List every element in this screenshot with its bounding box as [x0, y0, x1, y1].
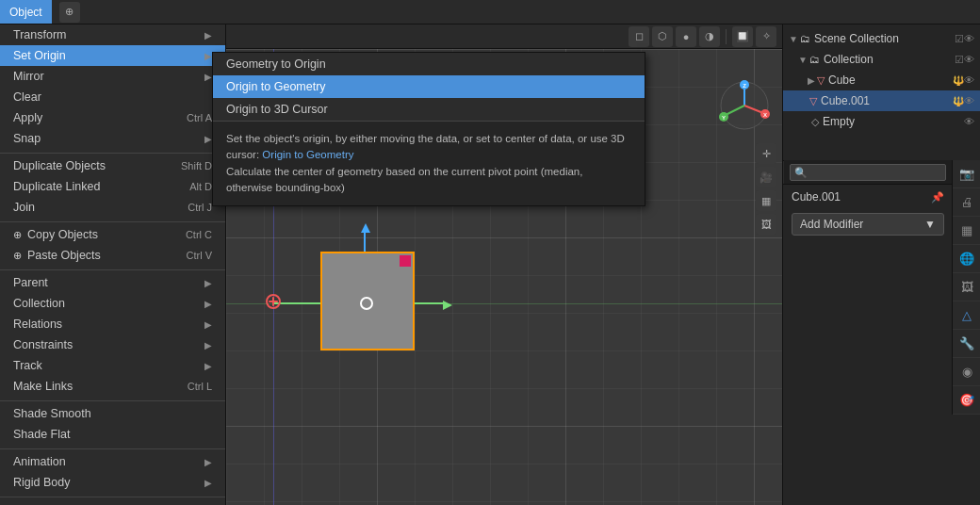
tree-row-cube001[interactable]: ▽ Cube.001 🔱 👁 [783, 90, 980, 111]
scene-tree: ▼ 🗂 Scene Collection ☑ 👁 ▼ 🗂 Collection … [783, 24, 980, 136]
add-modifier-button[interactable]: Add Modifier ▼ [792, 213, 944, 236]
menu-list: Transform ▶ Set Origin ▶ Mirror ▶ Clear … [0, 24, 225, 505]
axis-widget[interactable]: Z X Y [716, 77, 773, 134]
gizmo-icon[interactable]: ✧ [756, 26, 776, 47]
properties-search-input[interactable] [790, 164, 946, 181]
object-props-icon[interactable]: △ [953, 301, 980, 330]
menu-item-copy-objects[interactable]: ⊕ Copy Objects Ctrl C [0, 221, 225, 245]
menu-item-shade-smooth[interactable]: Shade Smooth [0, 400, 225, 424]
menu-item-make-links[interactable]: Make Links Ctrl L [0, 376, 225, 397]
scene-props-icon[interactable]: 🌐 [953, 245, 980, 273]
menu-item-clear[interactable]: Clear [0, 87, 225, 107]
expand-scene-collection: ▼ [789, 34, 798, 44]
object-name-row: Cube.001 📌 [784, 185, 952, 209]
submenu-item-origin-to-geometry[interactable]: Origin to Geometry [213, 75, 645, 98]
overlay-icon[interactable]: 🔲 [732, 26, 753, 47]
arrow-collection: ▶ [204, 299, 212, 309]
photo-icon[interactable]: 🖼 [756, 214, 776, 235]
grid-icon[interactable]: ▦ [756, 190, 776, 211]
shading-wire-icon[interactable]: ◻ [629, 26, 649, 47]
menu-label-set-origin: Set Origin [13, 49, 66, 62]
menu-label-animation: Animation [13, 455, 66, 468]
cursor-ring [266, 294, 281, 309]
menu-item-paste-objects[interactable]: ⊕ Paste Objects Ctrl V [0, 245, 225, 266]
particles-icon[interactable]: ◉ [953, 358, 980, 386]
menu-label-snap: Snap [13, 132, 41, 145]
object-tab[interactable]: Object [0, 0, 52, 24]
top-bar: Object ⊕ [0, 0, 980, 24]
menu-item-relations[interactable]: Relations ▶ [0, 314, 225, 334]
world-props-icon[interactable]: 🖼 [953, 273, 980, 301]
menu-label-shade-smooth: Shade Smooth [13, 407, 91, 420]
menu-item-join[interactable]: Join Ctrl J [0, 197, 225, 218]
menu-item-quick-effects[interactable]: Quick Effects ▶ [0, 497, 225, 505]
menu-item-apply[interactable]: Apply Ctrl A [0, 107, 225, 128]
menu-item-duplicate-objects[interactable]: Duplicate Objects Shift D [0, 153, 225, 176]
empty-vis[interactable]: 👁 [964, 116, 974, 127]
menu-label-copy-objects: Copy Objects [27, 228, 186, 241]
shortcut-make-links: Ctrl L [188, 381, 212, 392]
expand-cube: ▶ [808, 75, 815, 86]
shading-material-icon[interactable]: ● [676, 26, 696, 47]
menu-label-relations: Relations [13, 318, 62, 331]
menu-item-snap[interactable]: Snap ▶ [0, 128, 225, 149]
modifier-props-icon[interactable]: 🔧 [953, 330, 980, 358]
render-props-icon[interactable]: 📷 [953, 160, 980, 188]
arrow-animation: ▶ [204, 457, 212, 467]
empty-name: Empty [823, 115, 964, 128]
object-name-text: Cube.001 [792, 190, 841, 204]
menu-label-duplicate-objects: Duplicate Objects [13, 159, 106, 172]
cube001-vis[interactable]: 👁 [964, 95, 974, 106]
menu-item-animation[interactable]: Animation ▶ [0, 448, 225, 472]
svg-text:Y: Y [722, 115, 726, 121]
menu-item-rigid-body[interactable]: Rigid Body ▶ [0, 472, 225, 493]
menu-item-shade-flat[interactable]: Shade Flat [0, 424, 225, 445]
tree-row-cube[interactable]: ▶ ▽ Cube 🔱 👁 [783, 70, 980, 90]
menu-item-constraints[interactable]: Constraints ▶ [0, 334, 225, 355]
menu-item-transform[interactable]: Transform ▶ [0, 24, 225, 45]
cube-vis[interactable]: 👁 [964, 74, 974, 86]
collection-icon: 🗂 [809, 54, 820, 65]
cube-filter[interactable]: 🔱 [953, 75, 964, 86]
collection-eye[interactable]: ☑ [955, 54, 964, 66]
shading-render-icon[interactable]: ◑ [699, 26, 720, 47]
menu-item-track[interactable]: Track ▶ [0, 355, 225, 376]
shortcut-join: Ctrl J [188, 202, 212, 213]
menu-item-collection[interactable]: Collection ▶ [0, 293, 225, 314]
menu-item-mirror[interactable]: Mirror ▶ [0, 66, 225, 87]
scene-collection-eye[interactable]: ☑ [955, 33, 964, 45]
menu-item-duplicate-linked[interactable]: Duplicate Linked Alt D [0, 176, 225, 197]
add-modifier-arrow: ▼ [924, 218, 936, 231]
paste-icon: ⊕ [13, 250, 22, 262]
menu-item-parent[interactable]: Parent ▶ [0, 269, 225, 293]
right-panel: ⊡ Scene Collection ▼ 🗂 Scene Collection … [782, 0, 980, 505]
arrow-relations: ▶ [204, 319, 212, 330]
tooltip-link[interactable]: Origin to Geometry [262, 149, 353, 160]
submenu-set-origin: Geometry to Origin Origin to Geometry Or… [212, 52, 645, 206]
separator-4 [726, 29, 727, 44]
3d-cursor[interactable] [264, 292, 283, 311]
submenu-item-geometry-to-origin[interactable]: Geometry to Origin [213, 53, 645, 75]
cube001-filter[interactable]: 🔱 [953, 96, 964, 106]
tree-row-scene-collection[interactable]: ▼ 🗂 Scene Collection ☑ 👁 [783, 28, 980, 49]
submenu-item-origin-to-3d-cursor[interactable]: Origin to 3D Cursor [213, 98, 645, 121]
collection-vis[interactable]: 👁 [964, 54, 974, 65]
output-props-icon[interactable]: 🖨 [953, 188, 980, 217]
shading-solid-icon[interactable]: ⬡ [652, 26, 673, 47]
arrow-transform: ▶ [204, 30, 212, 41]
tree-row-empty[interactable]: ◇ Empty 👁 [783, 111, 980, 132]
menu-item-set-origin[interactable]: Set Origin ▶ [0, 45, 225, 66]
view-layer-icon[interactable]: ▦ [953, 217, 980, 245]
view-icon[interactable]: ⊕ [59, 2, 80, 23]
cursor-tool-icon[interactable]: ✛ [756, 143, 776, 164]
viewport-tools: ✛ 🎥 ▦ 🖼 [756, 143, 776, 235]
empty-icon: ◇ [811, 116, 819, 128]
physics-icon[interactable]: 🎯 [953, 386, 980, 415]
arrow-parent: ▶ [204, 278, 212, 288]
tree-row-collection[interactable]: ▼ 🗂 Collection ☑ 👁 [783, 49, 980, 70]
arrow-track: ▶ [204, 361, 212, 371]
properties-content: Cube.001 📌 Add Modifier ▼ [784, 160, 952, 239]
camera-icon[interactable]: 🎥 [756, 167, 776, 187]
pin-icon[interactable]: 📌 [931, 191, 944, 204]
scene-collection-vis[interactable]: 👁 [964, 33, 974, 44]
